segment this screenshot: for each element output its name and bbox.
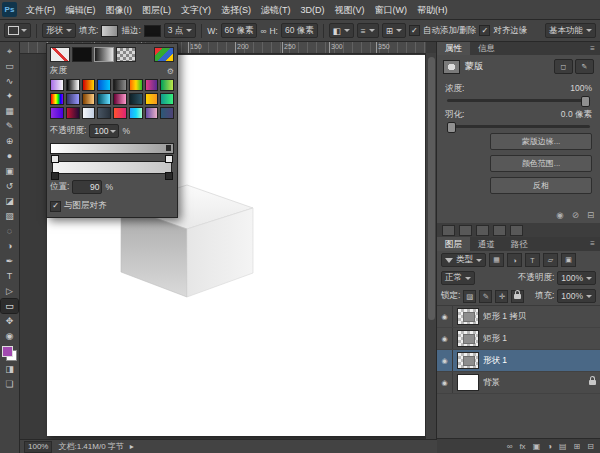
density-value[interactable]: 100% [570,83,592,95]
tool-dodge[interactable]: ◑ [1,239,18,253]
tool-path-selection[interactable]: ▷ [1,284,18,298]
path-arrangement-button[interactable]: ⊞ [382,23,406,38]
gradient-preset-9[interactable] [66,93,80,105]
density-slider[interactable] [447,99,590,102]
gradient-preset-11[interactable] [97,93,111,105]
layer-opacity-field[interactable]: 100% [557,271,596,285]
gradient-preset-22[interactable] [145,107,159,119]
visibility-toggle[interactable]: ◉ [437,350,453,371]
layer-thumbnail[interactable] [457,308,479,325]
align-edges-checkbox[interactable]: ✓ [479,25,490,36]
gear-icon[interactable]: ⚙ [167,67,174,76]
layer-thumbnail[interactable] [457,352,479,369]
position-field[interactable]: 90 [72,180,102,194]
gradient-preset-0[interactable] [50,79,64,91]
status-expander-arrow[interactable]: ▸ [130,442,134,451]
color-stop-left[interactable] [51,172,59,180]
menu-item-2[interactable]: 图像(I) [101,1,138,19]
gradient-preset-19[interactable] [97,107,111,119]
tool-magic-wand[interactable]: ✦ [1,89,18,103]
tool-pen[interactable]: ✒ [1,254,18,268]
tool-move[interactable]: ⌖ [1,44,18,58]
add-layer-mask-icon[interactable]: ▣ [533,442,541,451]
delete-mask-icon[interactable]: ⊟ [587,210,594,220]
opacity-slider-thumb[interactable] [166,145,171,151]
feather-slider[interactable] [447,125,590,128]
opacity-stop-left[interactable] [51,155,59,163]
panel-menu-icon[interactable]: ≡ [585,42,600,55]
gradient-preset-13[interactable] [129,93,143,105]
disable-mask-icon[interactable]: ⊘ [572,210,579,220]
tab-信息[interactable]: 信息 [470,42,503,55]
collapsed-panel-icon[interactable] [510,225,523,236]
gradient-preset-14[interactable] [145,93,159,105]
collapsed-panel-icon[interactable] [493,225,506,236]
tool-blur[interactable]: ◌ [1,224,18,238]
gradient-preset-6[interactable] [145,79,159,91]
gradient-preset-18[interactable] [82,107,96,119]
solid-color-button[interactable] [72,47,92,62]
layer-row-3[interactable]: ◉ 背景 [437,372,600,394]
pattern-fill-button[interactable] [116,47,136,62]
link-layers-icon[interactable]: ∞ [507,442,513,451]
zoom-level-field[interactable]: 100% [24,441,52,453]
tool-preset-picker[interactable] [4,23,31,38]
tool-zoom[interactable]: ◉ [1,329,18,343]
menu-item-10[interactable]: 帮助(H) [412,1,453,19]
delete-layer-icon[interactable]: ⊟ [587,442,594,451]
layer-row-2[interactable]: ◉ 形状 1 [437,350,600,372]
mask-button-0[interactable]: 蒙版边缘... [490,133,592,150]
opacity-field[interactable]: 100 [89,124,119,138]
align-with-layer-checkbox[interactable]: ✓ [50,201,61,212]
layer-row-0[interactable]: ◉ 矩形 1 拷贝 [437,306,600,328]
mask-button-1[interactable]: 颜色范围... [490,155,592,172]
gradient-preset-20[interactable] [113,107,127,119]
tool-history-brush[interactable]: ↺ [1,179,18,193]
gradient-preset-3[interactable] [97,79,111,91]
feather-slider-thumb[interactable] [447,122,456,133]
filter-adjustment-layers-icon[interactable]: ◑ [507,253,522,267]
gradient-editor-bar[interactable] [52,161,172,174]
fill-swatch[interactable] [101,25,118,37]
mask-thumbnail[interactable] [443,60,460,74]
tool-eyedropper[interactable]: ✎ [1,119,18,133]
visibility-toggle[interactable]: ◉ [437,328,453,349]
visibility-toggle[interactable]: ◉ [437,306,453,327]
gradient-preset-12[interactable] [113,93,127,105]
quick-mask-button[interactable]: ◨ [1,362,18,376]
tab-路径[interactable]: 路径 [503,237,536,251]
gradient-fill-button[interactable] [94,47,114,62]
lock-position-icon[interactable]: ✛ [495,290,508,303]
feather-value[interactable]: 0.0 像素 [561,109,592,121]
gradient-preset-16[interactable] [50,107,64,119]
tool-rectangle[interactable]: ▭ [1,299,18,313]
opacity-slider[interactable] [50,143,174,154]
scrollbar-thumb[interactable] [428,57,435,320]
tool-eraser[interactable]: ◪ [1,194,18,208]
screen-mode-button[interactable]: ❏ [1,377,18,391]
tab-属性[interactable]: 属性 [437,42,470,55]
path-alignment-button[interactable]: ≡ [357,23,379,38]
tab-图层[interactable]: 图层 [437,237,470,251]
gradient-preset-15[interactable] [160,93,174,105]
tool-healing-brush[interactable]: ⊕ [1,134,18,148]
filter-smart-objects-icon[interactable]: ▣ [561,253,576,267]
add-pixel-mask-button[interactable]: ◻ [554,59,573,74]
tool-clone-stamp[interactable]: ▣ [1,164,18,178]
tool-gradient[interactable]: ▧ [1,209,18,223]
workspace-switcher[interactable]: 基本功能 [545,23,596,38]
gradient-preset-23[interactable] [160,107,174,119]
visibility-toggle[interactable]: ◉ [437,372,453,393]
foreground-color-swatch[interactable] [2,346,13,357]
lock-image-pixels-icon[interactable]: ✎ [479,290,492,303]
lock-transparent-pixels-icon[interactable]: ▨ [463,290,476,303]
apply-mask-icon[interactable]: ◉ [556,210,563,220]
color-picker-button[interactable] [154,47,174,62]
new-layer-icon[interactable]: ⊞ [574,442,581,451]
panel-menu-icon[interactable]: ≡ [585,237,600,251]
layer-thumbnail[interactable] [457,374,479,391]
auto-add-delete-checkbox[interactable]: ✓ [409,25,420,36]
mask-button-2[interactable]: 反相 [490,177,592,194]
gradient-preset-5[interactable] [129,79,143,91]
tool-crop[interactable]: ▦ [1,104,18,118]
